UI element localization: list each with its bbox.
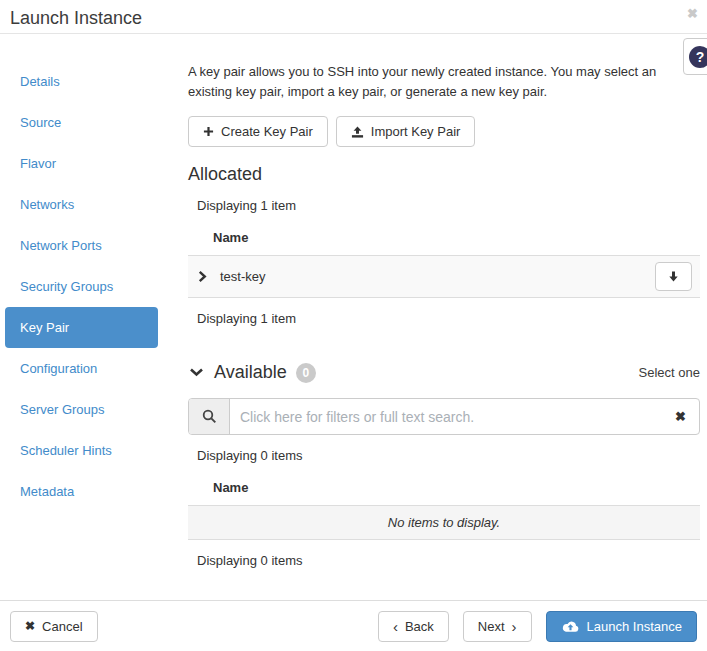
step-description: A key pair allows you to SSH into your n…	[188, 62, 670, 102]
cancel-label: Cancel	[42, 618, 82, 635]
sidebar-item-metadata[interactable]: Metadata	[5, 471, 158, 512]
create-key-pair-label: Create Key Pair	[221, 123, 313, 140]
sidebar-item-security-groups[interactable]: Security Groups	[5, 266, 158, 307]
sidebar-item-scheduler-hints[interactable]: Scheduler Hints	[5, 430, 158, 471]
collapse-chevron-down-icon[interactable]	[188, 365, 205, 380]
upload-icon	[351, 126, 364, 138]
chevron-right-icon: ›	[512, 620, 517, 633]
launch-instance-button[interactable]: Launch Instance	[546, 611, 697, 642]
select-one-hint: Select one	[639, 365, 700, 380]
sidebar-item-flavor[interactable]: Flavor	[5, 143, 158, 184]
cancel-button[interactable]: ✖ Cancel	[10, 611, 98, 642]
modal-footer: ✖ Cancel ‹ Back Next › Launch Instance	[0, 600, 707, 651]
sidebar-item-configuration[interactable]: Configuration	[5, 348, 158, 389]
allocated-count-bottom: Displaying 1 item	[188, 311, 700, 326]
allocated-name-header: Name	[188, 220, 700, 256]
chevron-left-icon: ‹	[393, 620, 398, 633]
clear-search-icon[interactable]: ✖	[669, 409, 699, 424]
back-button[interactable]: ‹ Back	[378, 611, 449, 642]
table-row-test-key[interactable]: test-key	[188, 256, 700, 298]
sidebar-item-network-ports[interactable]: Network Ports	[5, 225, 158, 266]
allocated-count-top: Displaying 1 item	[188, 198, 700, 213]
question-circle-icon: ?	[689, 46, 707, 68]
next-button[interactable]: Next ›	[463, 611, 532, 642]
modal-title: Launch Instance	[10, 8, 142, 28]
available-heading: Available	[214, 362, 287, 383]
key-pair-step-content: A key pair allows you to SSH into your n…	[180, 34, 707, 600]
search-icon	[189, 399, 230, 434]
available-name-header: Name	[188, 470, 700, 506]
available-count-bottom: Displaying 0 items	[188, 553, 700, 568]
help-button[interactable]: ?	[683, 38, 707, 75]
create-key-pair-button[interactable]: Create Key Pair	[188, 116, 328, 147]
search-input[interactable]	[230, 399, 669, 434]
arrow-down-icon	[667, 270, 680, 283]
import-key-pair-label: Import Key Pair	[371, 123, 461, 140]
import-key-pair-button[interactable]: Import Key Pair	[336, 116, 476, 147]
sidebar-item-server-groups[interactable]: Server Groups	[5, 389, 158, 430]
modal-header: Launch Instance ✖	[0, 0, 707, 34]
wizard-body: Details Source Flavor Networks Network P…	[0, 34, 707, 600]
empty-table-message: No items to display.	[188, 506, 700, 540]
key-pair-actions: Create Key Pair Import Key Pair	[188, 116, 700, 147]
sidebar-item-details[interactable]: Details	[5, 61, 158, 102]
search-bar: ✖	[188, 398, 700, 435]
cloud-upload-icon	[561, 619, 580, 633]
available-count-top: Displaying 0 items	[188, 448, 700, 463]
wizard-sidebar: Details Source Flavor Networks Network P…	[0, 34, 180, 600]
allocated-heading: Allocated	[188, 164, 700, 185]
next-label: Next	[478, 618, 505, 635]
close-icon[interactable]: ✖	[687, 6, 698, 21]
deallocate-button[interactable]	[655, 262, 692, 291]
sidebar-item-key-pair[interactable]: Key Pair	[5, 307, 158, 348]
sidebar-item-networks[interactable]: Networks	[5, 184, 158, 225]
row-expander-chevron-right-icon[interactable]	[195, 268, 210, 285]
available-header: Available 0 Select one	[188, 362, 700, 383]
sidebar-item-source[interactable]: Source	[5, 102, 158, 143]
plus-icon	[203, 126, 214, 137]
available-table: Name No items to display.	[188, 470, 700, 540]
x-icon: ✖	[25, 618, 35, 635]
launch-instance-label: Launch Instance	[587, 618, 682, 635]
available-count-badge: 0	[296, 363, 316, 383]
back-label: Back	[405, 618, 434, 635]
key-pair-name: test-key	[220, 269, 266, 284]
allocated-table: Name test-key	[188, 220, 700, 298]
